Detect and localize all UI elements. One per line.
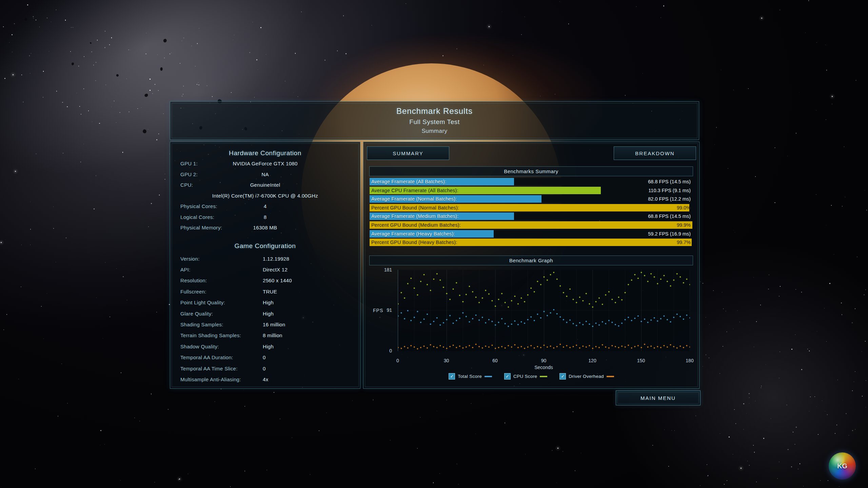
star	[433, 482, 434, 483]
hardware-configuration-rows: GPU 1:NVIDIA GeForce GTX 1080GPU 2:NACPU…	[170, 158, 360, 233]
star	[791, 349, 792, 350]
star	[754, 347, 754, 347]
star	[3, 26, 4, 27]
x-tick-label: 30	[444, 358, 449, 363]
star	[865, 190, 865, 190]
star	[780, 351, 780, 352]
star	[834, 254, 834, 255]
star	[746, 413, 747, 413]
star	[12, 34, 13, 35]
star	[749, 403, 749, 404]
star	[733, 230, 734, 230]
star	[668, 466, 669, 466]
star	[145, 54, 146, 55]
config-label: Glare Quality:	[180, 308, 213, 319]
x-tick-label: 150	[637, 358, 645, 363]
star	[695, 415, 696, 416]
config-row: API:DirectX 12	[170, 264, 360, 275]
benchmark-summary-rows: Average Framerate (All Batches):68.8 FPS…	[370, 178, 693, 247]
star	[105, 31, 105, 32]
star	[406, 3, 406, 4]
star	[832, 104, 832, 104]
star	[828, 480, 828, 481]
star	[105, 262, 105, 263]
star	[864, 294, 864, 295]
star	[437, 411, 437, 411]
legend-item: ✓CPU Score	[504, 373, 547, 380]
star	[728, 168, 728, 169]
star	[183, 86, 184, 86]
star	[29, 55, 30, 56]
star	[3, 329, 4, 330]
star	[188, 474, 188, 474]
title-panel: Benchmark Results Full System Test Summa…	[170, 101, 699, 140]
benchmark-row-label: Average Framerate (Medium Batches):	[371, 212, 458, 220]
star	[139, 421, 140, 421]
x-tick-label: 180	[686, 358, 693, 363]
star	[719, 373, 720, 374]
star	[568, 23, 569, 24]
star	[800, 463, 800, 464]
benchmark-results-screen: Benchmark Results Full System Test Summa…	[0, 0, 868, 488]
star	[260, 27, 261, 28]
star	[747, 461, 748, 461]
star	[831, 205, 832, 206]
star	[94, 208, 95, 209]
star	[714, 144, 715, 145]
star	[852, 322, 852, 323]
config-value: GenuineIntel	[170, 180, 360, 190]
star	[801, 292, 802, 292]
star	[743, 403, 744, 404]
star	[559, 1, 560, 2]
star	[774, 147, 775, 148]
star	[30, 73, 30, 74]
star	[735, 232, 735, 232]
star	[234, 35, 234, 35]
config-row: Physical Cores:4	[170, 201, 360, 212]
config-row: GPU 1:NVIDIA GeForce GTX 1080	[170, 158, 360, 169]
star	[148, 129, 148, 129]
legend-checkbox[interactable]: ✓	[559, 373, 566, 380]
star	[791, 466, 792, 467]
benchmark-row: Percent GPU Bound (Heavy Batches):99.7%	[370, 239, 693, 246]
star	[525, 17, 525, 17]
star	[636, 6, 637, 7]
config-row: Temporal AA Time Slice:0	[170, 363, 360, 374]
config-label: Resolution:	[180, 275, 207, 286]
star	[729, 436, 730, 438]
star	[700, 485, 701, 486]
x-axis-ticks: 0306090120150180	[398, 358, 690, 364]
legend-checkbox[interactable]: ✓	[449, 373, 455, 380]
star	[841, 303, 842, 303]
star	[199, 28, 199, 28]
star	[43, 71, 44, 72]
tab-breakdown[interactable]: BREAKDOWN	[614, 146, 696, 160]
star	[805, 33, 806, 33]
benchmark-row: Average CPU Framerate (All Batches):110.…	[370, 187, 693, 194]
star	[104, 47, 105, 48]
star	[447, 400, 447, 400]
star	[182, 96, 182, 96]
star	[100, 445, 100, 445]
star	[795, 289, 796, 290]
star	[179, 479, 180, 480]
config-value: High	[263, 341, 274, 352]
star	[41, 306, 41, 306]
star	[151, 203, 152, 204]
star	[844, 146, 845, 147]
tab-summary[interactable]: SUMMARY	[367, 146, 449, 160]
star	[252, 22, 253, 23]
config-value: 4	[170, 201, 360, 212]
legend-checkbox[interactable]: ✓	[504, 373, 511, 380]
benchmark-row-value: 68.8 FPS (14.5 ms)	[648, 178, 691, 185]
x-tick-label: 90	[541, 358, 547, 363]
star	[63, 153, 63, 153]
star	[846, 413, 847, 414]
star	[1, 486, 1, 487]
star	[212, 96, 213, 97]
star	[809, 350, 810, 351]
main-menu-button[interactable]: MAIN MENU	[616, 390, 701, 405]
star	[795, 444, 795, 444]
star	[552, 450, 552, 450]
star	[183, 94, 183, 95]
